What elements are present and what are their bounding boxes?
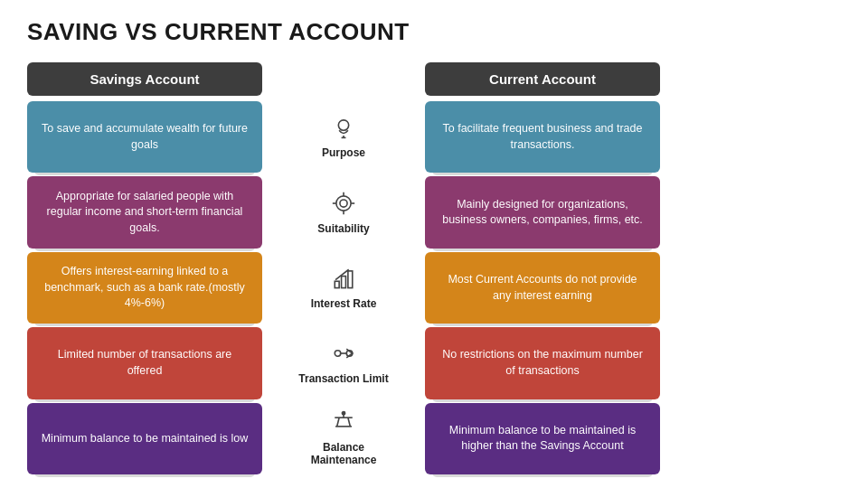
page: SAVING VS CURRENT ACCOUNT Savings Accoun… xyxy=(0,0,868,488)
center-icon-4 xyxy=(332,410,355,437)
center-column: Purpose Suitability Interest Rate xyxy=(262,62,425,474)
center-label-4: BalanceMaintenance xyxy=(311,441,377,467)
savings-header: Savings Account xyxy=(27,62,262,96)
center-item-2: Interest Rate xyxy=(311,252,377,324)
svg-rect-10 xyxy=(342,276,346,287)
center-icon-2 xyxy=(332,267,355,294)
savings-row-1: Appropriate for salaried people with reg… xyxy=(27,176,262,248)
savings-row-2: Offers interest-earning linked to a benc… xyxy=(27,252,262,324)
current-row-0: To facilitate frequent business and trad… xyxy=(425,101,660,173)
center-item-4: BalanceMaintenance xyxy=(311,403,377,474)
svg-line-17 xyxy=(337,418,339,427)
main-layout: Savings Account To save and accumulate w… xyxy=(27,62,841,474)
current-column: Current Account To facilitate frequent b… xyxy=(425,62,660,474)
svg-point-0 xyxy=(338,120,348,130)
current-header: Current Account xyxy=(425,62,660,96)
center-item-0: Purpose xyxy=(322,102,365,174)
current-row-4: Minimum balance to be maintained is high… xyxy=(425,403,660,474)
svg-point-3 xyxy=(336,195,351,210)
current-row-1: Mainly designed for organizations, busin… xyxy=(425,176,660,248)
current-row-3: No restrictions on the maximum number of… xyxy=(425,327,660,399)
savings-row-4: Minimum balance to be maintained is low xyxy=(27,403,262,474)
savings-row-3: Limited number of transactions are offer… xyxy=(27,327,262,399)
page-title: SAVING VS CURRENT ACCOUNT xyxy=(27,18,841,46)
savings-row-0: To save and accumulate wealth for future… xyxy=(27,101,262,173)
center-label-0: Purpose xyxy=(322,146,365,159)
svg-rect-9 xyxy=(335,281,339,287)
center-label-2: Interest Rate xyxy=(311,297,377,310)
center-label-3: Transaction Limit xyxy=(298,372,388,385)
center-icon-3 xyxy=(332,342,355,369)
center-item-3: Transaction Limit xyxy=(298,328,388,399)
center-label-1: Suitability xyxy=(317,222,369,235)
svg-line-18 xyxy=(348,418,350,427)
center-icon-1 xyxy=(332,192,355,219)
center-icon-0 xyxy=(332,116,355,143)
current-row-2: Most Current Accounts do not provide any… xyxy=(425,252,660,324)
savings-column: Savings Account To save and accumulate w… xyxy=(27,62,262,474)
center-item-1: Suitability xyxy=(317,177,369,249)
svg-rect-11 xyxy=(348,271,353,288)
svg-point-20 xyxy=(342,412,344,415)
svg-point-12 xyxy=(335,351,341,357)
svg-point-4 xyxy=(340,200,347,207)
